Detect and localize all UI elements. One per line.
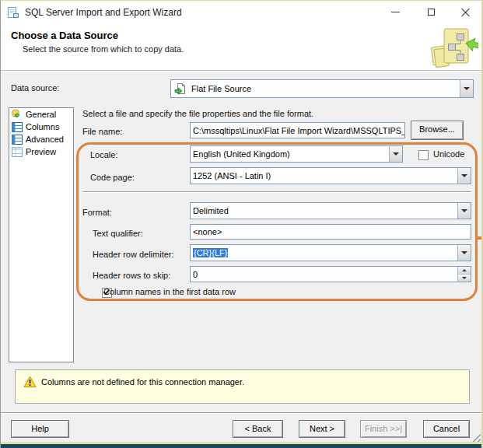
window-title: SQL Server Import and Export Wizard bbox=[25, 7, 182, 18]
section-separator bbox=[82, 191, 471, 193]
chevron-down-icon bbox=[393, 152, 399, 156]
locale-label: Locale: bbox=[90, 150, 117, 159]
file-name-value: C:\mssqltips\Linux\Flat File Import Wiza… bbox=[193, 126, 405, 135]
chevron-down-icon bbox=[464, 87, 470, 90]
close-icon bbox=[461, 8, 470, 16]
text-qualifier-label: Text qualifier: bbox=[93, 229, 143, 238]
chevron-down-icon bbox=[461, 174, 467, 177]
sidebar-item-label: Columns bbox=[26, 122, 59, 131]
data-source-label: Data source: bbox=[11, 83, 59, 93]
back-button[interactable]: < Back bbox=[233, 420, 283, 438]
header-row-delimiter-combobox[interactable]: {CR}{LF} bbox=[190, 244, 471, 261]
wizard-window: SQL Server Import and Export Wizard Choo… bbox=[0, 0, 483, 448]
wizard-header: Choose a Data Source Select the source f… bbox=[1, 24, 481, 70]
chevron-down-icon bbox=[462, 277, 467, 279]
sidebar-item-advanced[interactable]: Advanced bbox=[9, 133, 73, 145]
general-icon bbox=[12, 109, 23, 120]
finish-button: Finish >>| bbox=[360, 420, 407, 438]
file-name-label: File name: bbox=[82, 127, 122, 136]
locale-value: English (United Kingdom) bbox=[191, 149, 389, 159]
close-button[interactable] bbox=[452, 1, 478, 23]
format-combobox[interactable]: Delimited bbox=[190, 202, 471, 219]
header-row-delimiter-value: {CR}{LF} bbox=[193, 248, 228, 257]
buttons-separator bbox=[1, 412, 481, 414]
header-row-delimiter-dropdown-arrow[interactable] bbox=[457, 245, 471, 261]
spin-up-button[interactable] bbox=[458, 267, 471, 274]
help-button[interactable]: Help bbox=[11, 420, 69, 438]
browse-button[interactable]: Browse... bbox=[411, 121, 464, 140]
cancel-button[interactable]: Cancel bbox=[423, 420, 470, 438]
sidebar-item-general[interactable]: General bbox=[9, 108, 73, 121]
locale-combobox[interactable]: English (United Kingdom) bbox=[190, 145, 403, 163]
title-bar[interactable]: SQL Server Import and Export Wizard bbox=[1, 1, 481, 24]
page-subtitle: Select the source from which to copy dat… bbox=[23, 44, 184, 54]
desktop-edge-strip bbox=[1, 444, 481, 448]
advanced-icon bbox=[12, 135, 23, 145]
chevron-up-icon bbox=[462, 269, 467, 271]
app-icon bbox=[7, 6, 19, 19]
sidebar-item-columns[interactable]: Columns bbox=[9, 121, 73, 133]
locale-dropdown-arrow[interactable] bbox=[389, 146, 402, 162]
code-page-combobox[interactable]: 1252 (ANSI - Latin I) bbox=[190, 167, 471, 184]
wizard-graphic-icon bbox=[427, 26, 478, 69]
sidebar-item-label: General bbox=[26, 110, 56, 119]
maximize-icon bbox=[428, 9, 435, 16]
data-source-value: Flat File Source bbox=[187, 84, 460, 93]
warning-panel: Columns are not defined for this connect… bbox=[15, 369, 470, 404]
spin-down-button[interactable] bbox=[458, 274, 471, 282]
sidebar-item-label: Preview bbox=[26, 147, 56, 156]
code-page-value: 1252 (ANSI - Latin I) bbox=[191, 171, 457, 180]
annotation-tail bbox=[477, 236, 483, 240]
minimize-button[interactable] bbox=[382, 1, 408, 23]
text-qualifier-input[interactable]: <none> bbox=[190, 224, 471, 240]
header-rows-to-skip-label: Header rows to skip: bbox=[93, 271, 170, 280]
file-name-input[interactable]: C:\mssqltips\Linux\Flat File Import Wiza… bbox=[190, 122, 405, 138]
sidebar-item-preview[interactable]: Preview bbox=[9, 145, 73, 158]
maximize-button[interactable] bbox=[418, 1, 444, 23]
header-rows-to-skip-value: 0 bbox=[193, 270, 198, 279]
warning-text: Columns are not defined for this connect… bbox=[41, 377, 244, 387]
column-names-label: Column names in the first data row bbox=[103, 287, 236, 296]
data-source-dropdown-arrow[interactable] bbox=[460, 80, 473, 97]
unicode-checkbox[interactable] bbox=[418, 150, 429, 160]
next-button[interactable]: Next > bbox=[299, 420, 345, 438]
warning-icon bbox=[23, 376, 37, 388]
sidebar-item-label: Advanced bbox=[26, 135, 64, 144]
wizard-pages-list: General Columns Advanced bbox=[9, 107, 74, 362]
flat-file-source-icon bbox=[174, 82, 187, 95]
format-value: Delimited bbox=[191, 206, 457, 215]
code-page-dropdown-arrow[interactable] bbox=[457, 168, 471, 184]
header-separator bbox=[1, 70, 481, 72]
header-rows-to-skip-spinner[interactable]: 0 bbox=[190, 266, 471, 282]
format-label: Format: bbox=[82, 208, 112, 217]
data-source-combobox[interactable]: Flat File Source bbox=[170, 79, 474, 98]
minimize-icon bbox=[391, 12, 400, 12]
page-title: Choose a Data Source bbox=[11, 30, 118, 41]
text-qualifier-value: <none> bbox=[193, 227, 222, 236]
columns-icon bbox=[12, 122, 23, 132]
chevron-down-icon bbox=[461, 209, 467, 212]
unicode-label: Unicode bbox=[433, 149, 464, 159]
chevron-down-icon bbox=[461, 251, 467, 254]
preview-icon bbox=[12, 147, 23, 157]
format-dropdown-arrow[interactable] bbox=[457, 203, 471, 219]
header-row-delimiter-label: Header row delimiter: bbox=[93, 250, 174, 259]
spinner-buttons bbox=[457, 267, 471, 282]
instruction-text: Select a file and specify the file prope… bbox=[82, 109, 313, 118]
code-page-label: Code page: bbox=[90, 173, 135, 182]
